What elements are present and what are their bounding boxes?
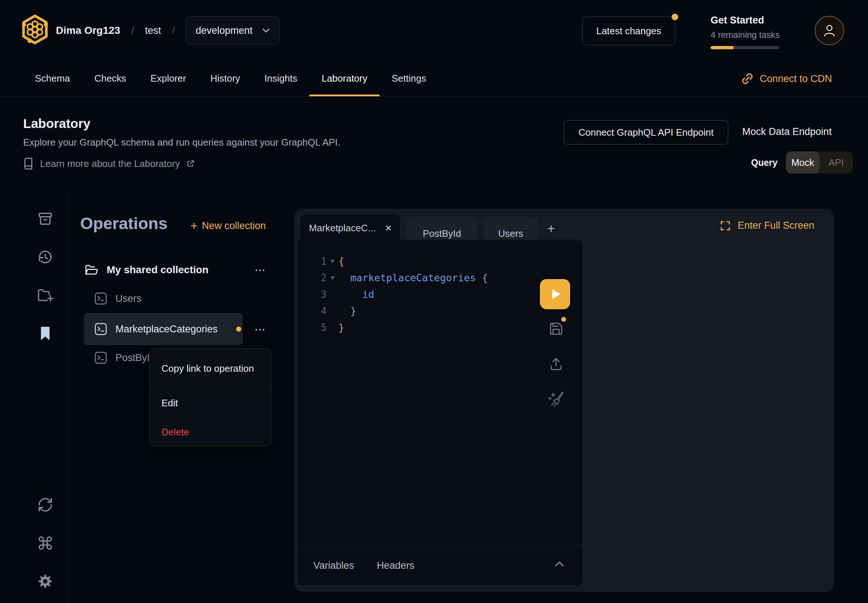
get-started-widget[interactable]: Get Started 4 remaining tasks <box>710 15 780 49</box>
user-avatar[interactable] <box>815 16 844 45</box>
save-operation-button[interactable] <box>549 322 563 336</box>
run-query-button[interactable] <box>540 279 570 309</box>
query-mode-toggle: Mock API <box>786 152 853 173</box>
bookmark-icon[interactable] <box>36 324 54 343</box>
collapse-chevron-icon[interactable] <box>554 561 565 567</box>
add-tab-button[interactable]: + <box>547 222 555 235</box>
collection-name: My shared collection <box>107 264 209 276</box>
breadcrumb-org[interactable]: Dima Org123 <box>56 25 120 36</box>
code-line[interactable]: 4 } <box>298 303 582 319</box>
latest-changes-label: Latest changes <box>596 25 661 37</box>
operation-context-menu: Copy link to operation Edit Delete <box>149 349 271 446</box>
external-link-icon <box>186 159 195 168</box>
gear-icon[interactable] <box>36 572 54 591</box>
query-editor[interactable]: 1▼{2▼ marketplaceCategories {3 id4 }5} <box>298 240 582 585</box>
variables-tab[interactable]: Variables <box>313 560 354 571</box>
tab-history[interactable]: History <box>198 61 252 96</box>
get-started-progressbar <box>710 46 779 49</box>
environment-selector-value: development <box>196 25 253 36</box>
query-mode-label: Query <box>751 158 778 168</box>
tab-laboratory[interactable]: Laboratory <box>309 61 379 96</box>
mock-endpoint-label: Mock Data Endpoint <box>742 126 832 137</box>
share-operation-button[interactable] <box>549 357 563 371</box>
editor-tab-label: Users <box>498 228 523 240</box>
editor-tab-label: PostById <box>422 228 461 240</box>
mode-api-option[interactable]: API <box>820 152 853 173</box>
close-icon[interactable]: ✕ <box>385 223 392 233</box>
connect-endpoint-label: Connect GraphQL API Endpoint <box>579 127 714 138</box>
operation-name: MarketplaceCategories <box>116 323 218 335</box>
page-title: Laboratory <box>23 116 90 131</box>
connect-to-cdn-link[interactable]: Connect to CDN <box>741 61 832 96</box>
editor-footer: Variables Headers <box>298 546 582 585</box>
menu-item-delete[interactable]: Delete <box>150 418 271 447</box>
get-started-title: Get Started <box>710 15 780 26</box>
plus-icon: + <box>190 219 198 233</box>
enter-fullscreen-label: Enter Full Screen <box>737 220 814 231</box>
operation-row-postbyid[interactable]: PostById <box>84 342 155 374</box>
refresh-icon[interactable] <box>36 496 54 514</box>
book-icon <box>23 158 34 170</box>
folder-plus-icon[interactable] <box>36 286 54 305</box>
primary-nav: Schema Checks Explorer History Insights … <box>0 61 868 96</box>
command-icon[interactable] <box>36 534 54 552</box>
operation-menu-button[interactable]: ⋯ <box>255 323 266 336</box>
code-line[interactable]: 2▼ marketplaceCategories { <box>298 269 582 286</box>
unsaved-dot <box>561 317 566 322</box>
headers-tab[interactable]: Headers <box>377 560 415 571</box>
breadcrumb: Dima Org123 / test / development <box>56 15 280 46</box>
expand-icon <box>720 220 731 231</box>
learn-more-link[interactable]: Learn more about the Laboratory <box>23 158 195 170</box>
laboratory-page: Dima Org123 / test / development Latest … <box>0 0 868 603</box>
tab-settings[interactable]: Settings <box>379 61 438 96</box>
get-started-subtitle: 4 remaining tasks <box>710 30 780 40</box>
collection-row[interactable]: My shared collection <box>84 260 268 280</box>
breadcrumb-separator: / <box>172 25 175 36</box>
new-collection-label: New collection <box>202 220 266 232</box>
editor-tab-marketplacecategories[interactable]: MarketplaceC... ✕ <box>301 214 400 242</box>
learn-more-label: Learn more about the Laboratory <box>40 158 180 170</box>
mode-mock-option[interactable]: Mock <box>786 152 820 173</box>
progress-fill <box>710 46 734 49</box>
operations-title: Operations <box>80 214 168 233</box>
collection-menu-button[interactable]: ⋯ <box>255 263 266 276</box>
folder-open-icon <box>84 263 99 277</box>
terminal-icon <box>94 322 107 336</box>
enter-fullscreen-button[interactable]: Enter Full Screen <box>720 220 814 231</box>
code-line[interactable]: 5} <box>298 319 582 336</box>
operation-row-marketplacecategories[interactable]: MarketplaceCategories <box>84 313 243 345</box>
tab-insights[interactable]: Insights <box>252 61 310 96</box>
prettify-broom-icon[interactable] <box>546 390 566 409</box>
breadcrumb-separator: / <box>131 25 134 36</box>
rail-divider <box>68 195 69 603</box>
environment-selector[interactable]: development <box>186 16 280 45</box>
operation-row-users[interactable]: Users <box>84 282 142 315</box>
editor-panel: MarketplaceC... ✕ PostById Users + Enter… <box>294 209 834 592</box>
unsaved-dot <box>236 326 241 332</box>
history-icon[interactable] <box>36 248 54 266</box>
latest-changes-button[interactable]: Latest changes <box>582 17 675 45</box>
connect-to-cdn-label: Connect to CDN <box>760 73 832 85</box>
tab-checks[interactable]: Checks <box>82 61 138 96</box>
editor-tab-label: MarketplaceC... <box>309 223 376 234</box>
new-collection-button[interactable]: + New collection <box>190 219 266 233</box>
page-description: Explore your GraphQL schema and run quer… <box>23 137 340 148</box>
tab-explorer[interactable]: Explorer <box>138 61 198 96</box>
menu-item-edit[interactable]: Edit <box>150 387 271 418</box>
terminal-icon <box>94 292 107 305</box>
menu-item-copy-link[interactable]: Copy link to operation <box>150 352 271 385</box>
tab-schema[interactable]: Schema <box>23 61 82 96</box>
breadcrumb-project[interactable]: test <box>145 25 161 36</box>
operation-name: Users <box>116 293 142 305</box>
terminal-icon <box>94 351 107 364</box>
hive-logo[interactable] <box>22 14 48 45</box>
link-icon <box>741 73 754 85</box>
connect-graphql-endpoint-button[interactable]: Connect GraphQL API Endpoint <box>564 120 728 144</box>
chevron-down-icon <box>262 28 269 33</box>
menu-divider <box>150 386 271 387</box>
code-line[interactable]: 1▼{ <box>298 253 582 269</box>
notification-dot <box>672 14 678 20</box>
person-icon <box>823 23 836 37</box>
mock-data-endpoint-button[interactable]: Mock Data Endpoint <box>742 126 832 138</box>
archive-icon[interactable] <box>36 210 54 228</box>
